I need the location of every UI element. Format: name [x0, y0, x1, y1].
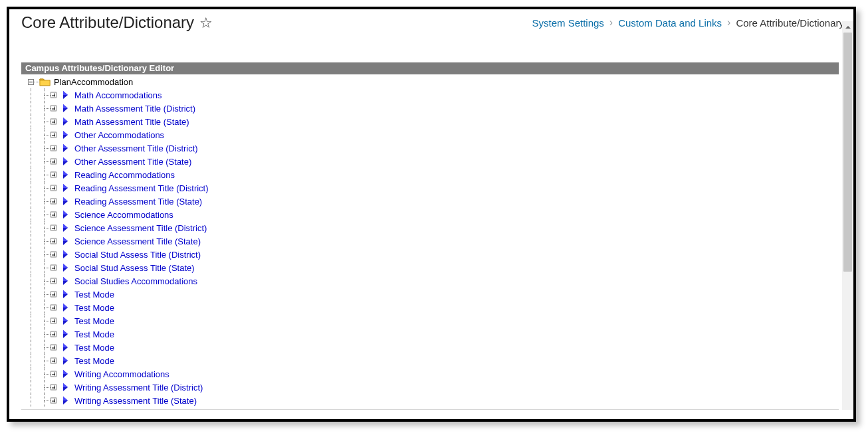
tree-root-label[interactable]: PlanAccommodation	[54, 77, 133, 87]
expand-icon[interactable]	[51, 238, 56, 244]
tree-child-row[interactable]: Test Mode	[24, 341, 839, 354]
tree-child-label[interactable]: Other Accommodations	[74, 130, 164, 140]
expand-icon[interactable]	[51, 92, 56, 98]
tree-child-label[interactable]: Test Mode	[74, 316, 114, 326]
tree-expand-area	[44, 341, 64, 354]
tree-child-row[interactable]: Reading Assessment Title (State)	[24, 195, 839, 208]
tree-child-label[interactable]: Social Stud Assess Title (State)	[74, 263, 195, 273]
tree-guide	[24, 381, 44, 394]
tree-child-row[interactable]: Test Mode	[24, 314, 839, 327]
tree-child-label[interactable]: Writing Assessment Title (District)	[74, 383, 203, 393]
favorite-star-icon[interactable]: ☆	[199, 16, 213, 31]
expand-icon[interactable]	[51, 292, 56, 298]
expand-icon[interactable]	[51, 398, 56, 404]
scroll-up-icon[interactable]	[842, 21, 853, 33]
expand-icon[interactable]	[51, 305, 56, 311]
expand-icon[interactable]	[51, 159, 56, 165]
tree-child-row[interactable]: Math Accommodations	[24, 88, 839, 102]
expand-icon[interactable]	[51, 358, 56, 364]
expand-icon[interactable]	[51, 132, 56, 138]
tree-child-row[interactable]: Other Accommodations	[24, 128, 839, 141]
breadcrumb-link-system-settings[interactable]: System Settings	[532, 17, 603, 29]
expand-icon[interactable]	[51, 199, 56, 205]
tree-expand-area	[44, 381, 64, 394]
tree-child-label[interactable]: Other Assessment Title (State)	[74, 157, 191, 167]
tree-child-row[interactable]: Social Stud Assess Title (State)	[24, 261, 839, 274]
tree-expand-area	[44, 195, 64, 208]
tree-child-row[interactable]: Other Assessment Title (District)	[24, 141, 839, 155]
tree-child-row[interactable]: Writing Assessment Title (District)	[24, 381, 839, 394]
tree-child-row[interactable]: Writing Assessment Title (State)	[24, 394, 839, 407]
tree-child-row[interactable]: Test Mode	[24, 301, 839, 314]
tree-guide	[24, 195, 44, 208]
expand-icon[interactable]	[51, 265, 56, 271]
chevron-right-icon: ›	[609, 17, 613, 29]
tree-child-label[interactable]: Science Accommodations	[74, 210, 173, 220]
expand-icon[interactable]	[51, 119, 56, 125]
tree-child-row[interactable]: Reading Assessment Title (District)	[24, 181, 839, 195]
expand-icon[interactable]	[51, 185, 56, 191]
tree-child-label[interactable]: Test Mode	[74, 343, 114, 353]
tree-child-label[interactable]: Social Studies Accommodations	[74, 276, 197, 286]
tree-child-row[interactable]: Reading Accommodations	[24, 168, 839, 181]
tree-child-row[interactable]: Test Mode	[24, 327, 839, 341]
tree-child-label[interactable]: Reading Accommodations	[74, 170, 175, 180]
expand-icon[interactable]	[51, 331, 56, 337]
tree-expand-area	[44, 102, 64, 115]
tree-child-row[interactable]: Writing Accommodations	[24, 367, 839, 381]
tree-root-row[interactable]: PlanAccommodation	[24, 76, 839, 88]
tree-child-label[interactable]: Test Mode	[74, 290, 114, 300]
tree-expand-area	[44, 354, 64, 367]
scrollbar-thumb[interactable]	[843, 33, 852, 272]
tree-expand-area	[44, 248, 64, 261]
tree-child-label[interactable]: Writing Accommodations	[74, 369, 169, 379]
tree-guide	[24, 141, 44, 155]
tree-child-row[interactable]: Science Assessment Title (State)	[24, 234, 839, 248]
tree-child-row[interactable]: Science Accommodations	[24, 208, 839, 221]
breadcrumb-link-custom-data[interactable]: Custom Data and Links	[618, 17, 722, 29]
tree-child-row[interactable]: Math Assessment Title (State)	[24, 115, 839, 128]
expand-icon[interactable]	[51, 371, 56, 377]
tree-child-label[interactable]: Test Mode	[74, 356, 114, 366]
tree-child-row[interactable]: Test Mode	[24, 354, 839, 367]
tree-guide	[24, 181, 44, 195]
expand-icon[interactable]	[51, 172, 56, 178]
chevron-right-icon: ›	[727, 17, 730, 29]
tree-child-row[interactable]: Social Studies Accommodations	[24, 274, 839, 288]
tree-child-label[interactable]: Writing Assessment Title (State)	[74, 396, 197, 406]
tree-guide	[24, 88, 44, 102]
expand-icon[interactable]	[51, 212, 56, 218]
expand-icon[interactable]	[51, 106, 56, 112]
tree-child-row[interactable]: Math Assessment Title (District)	[24, 102, 839, 115]
expand-icon[interactable]	[51, 345, 56, 351]
expand-icon[interactable]	[51, 278, 56, 284]
tree-child-label[interactable]: Other Assessment Title (District)	[74, 143, 198, 153]
tree-child-label[interactable]: Science Assessment Title (District)	[74, 223, 207, 233]
tree-child-row[interactable]: Other Assessment Title (State)	[24, 155, 839, 168]
tree-child-label[interactable]: Reading Assessment Title (District)	[74, 183, 209, 193]
expand-icon[interactable]	[51, 225, 56, 231]
tree-child-label[interactable]: Math Assessment Title (State)	[74, 117, 189, 127]
tree-expand-area	[44, 301, 64, 314]
tree-child-label[interactable]: Math Accommodations	[74, 90, 162, 100]
tree-guide	[24, 301, 44, 314]
tree-child-row[interactable]: Test Mode	[24, 288, 839, 301]
tree-child-row[interactable]: Social Stud Assess Title (District)	[24, 248, 839, 261]
tree-expand-area	[44, 367, 64, 381]
collapse-icon[interactable]	[28, 79, 34, 85]
tree-child-label[interactable]: Test Mode	[74, 303, 114, 313]
tree-child-label[interactable]: Social Stud Assess Title (District)	[74, 250, 201, 260]
page-header: Core Attribute/Dictionary ☆ System Setti…	[9, 9, 853, 37]
vertical-scrollbar[interactable]	[842, 21, 853, 410]
tree-child-label[interactable]: Test Mode	[74, 329, 114, 339]
expand-icon[interactable]	[51, 252, 56, 258]
expand-icon[interactable]	[51, 318, 56, 324]
tree-child-label[interactable]: Math Assessment Title (District)	[74, 104, 195, 114]
tree-child-label[interactable]: Reading Assessment Title (State)	[74, 197, 202, 207]
tree-expand-area	[44, 181, 64, 195]
expand-icon[interactable]	[51, 145, 56, 151]
tree-child-row[interactable]: Science Assessment Title (District)	[24, 221, 839, 234]
tree-child-label[interactable]: Science Assessment Title (State)	[74, 236, 201, 246]
expand-icon[interactable]	[51, 385, 56, 391]
tree-expand-area	[44, 314, 64, 327]
